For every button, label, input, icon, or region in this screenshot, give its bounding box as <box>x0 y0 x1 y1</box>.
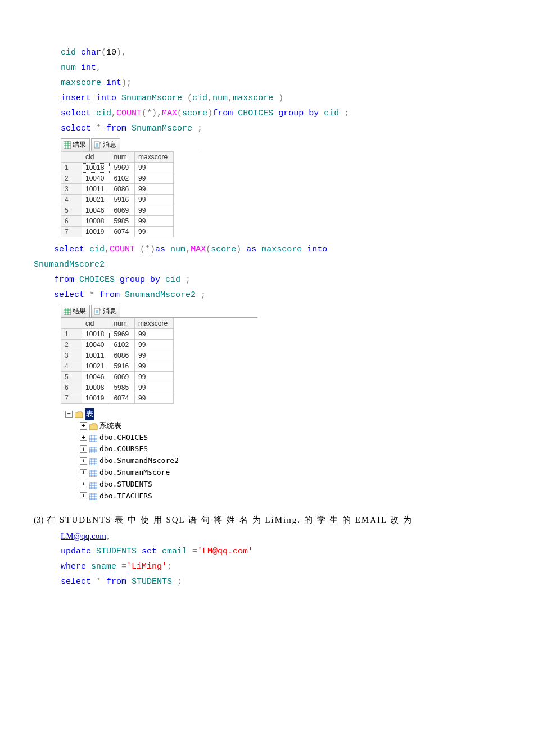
svg-rect-0 <box>64 141 71 148</box>
svg-rect-41 <box>89 470 97 472</box>
folder-icon <box>89 422 97 430</box>
tree-node-table[interactable]: + dbo.SnumanMscore <box>65 467 500 479</box>
grid-icon <box>64 308 71 315</box>
table-icon <box>89 469 97 476</box>
table-row[interactable]: 710019607499 <box>61 227 174 237</box>
expand-icon[interactable]: + <box>80 434 87 441</box>
code-block-2: select cid,COUNT (*)as num,MAX(score) as… <box>34 242 500 303</box>
svg-marker-16 <box>99 308 101 310</box>
email-link[interactable]: LM@qq.com <box>61 532 106 541</box>
object-explorer-tree: − 表 + 系统表 + dbo.CHOICES + <box>65 408 500 502</box>
expand-icon[interactable]: + <box>80 446 87 453</box>
data-grid[interactable]: cid num maxscore 11001859699921004061029… <box>61 151 174 237</box>
table-icon <box>89 457 97 465</box>
table-row[interactable]: 610008598599 <box>61 216 174 227</box>
tab-label: 消息 <box>103 307 116 316</box>
svg-marker-20 <box>75 412 83 418</box>
result-grid-1: 结果 消息 cid num maxscore 11001859699921004… <box>61 138 201 237</box>
tree-node-table[interactable]: + dbo.COURSES <box>65 443 500 455</box>
table-row[interactable]: 510046606999 <box>61 205 174 216</box>
table-icon <box>89 492 97 500</box>
table-row[interactable]: 110018596999 <box>61 329 174 340</box>
svg-rect-47 <box>89 482 97 484</box>
expand-icon[interactable]: + <box>80 469 87 476</box>
tab-label: 结果 <box>73 307 86 316</box>
expand-icon[interactable]: + <box>80 422 87 430</box>
result-grid-2: 结果 消息 cid num maxscore 11001859699921004… <box>61 305 257 404</box>
table-row[interactable]: 310011608699 <box>61 184 174 195</box>
folder-open-icon <box>75 411 83 418</box>
table-row[interactable]: 410021591699 <box>61 361 174 372</box>
table-icon <box>89 481 97 488</box>
code-block-1: cid char(10), num int, maxscore int); in… <box>61 45 500 136</box>
expand-icon[interactable]: + <box>80 492 87 500</box>
tree-node-table[interactable]: + dbo.SnumandMscore2 <box>65 455 500 467</box>
expand-icon[interactable]: + <box>80 457 87 465</box>
grid-icon <box>64 141 71 148</box>
tab-label: 结果 <box>73 140 86 150</box>
tab-label: 消息 <box>103 140 116 150</box>
expand-icon[interactable]: + <box>80 481 87 488</box>
table-row[interactable]: 410021591699 <box>61 195 174 205</box>
data-grid[interactable]: cid num maxscore 11001859699921004061029… <box>61 318 174 404</box>
tab-results[interactable]: 结果 <box>61 305 90 317</box>
table-row[interactable]: 210040610299 <box>61 340 174 350</box>
table-row[interactable]: 210040610299 <box>61 173 174 184</box>
tree-node-table[interactable]: + dbo.STUDENTS <box>65 479 500 490</box>
svg-rect-29 <box>89 447 97 448</box>
document-icon <box>94 308 101 315</box>
table-row[interactable]: 310011608699 <box>61 350 174 361</box>
question-3: (3) 在 STUDENTS 表 中 使 用 SQL 语 句 将 姓 名 为 L… <box>34 512 500 528</box>
table-row[interactable]: 610008598599 <box>61 382 174 393</box>
table-row[interactable]: 510046606999 <box>61 372 174 382</box>
svg-rect-53 <box>89 493 97 495</box>
svg-marker-21 <box>89 424 97 430</box>
tab-results[interactable]: 结果 <box>61 138 90 151</box>
document-icon <box>94 141 101 148</box>
tree-node-system-tables[interactable]: + 系统表 <box>65 420 500 432</box>
collapse-icon[interactable]: − <box>65 411 73 418</box>
table-row[interactable]: 710019607499 <box>61 393 174 404</box>
svg-rect-10 <box>64 308 71 315</box>
svg-marker-6 <box>99 142 101 143</box>
svg-rect-23 <box>89 435 97 436</box>
tree-node-table[interactable]: + dbo.TEACHERS <box>65 490 500 502</box>
tab-messages[interactable]: 消息 <box>91 305 120 317</box>
table-row[interactable]: 110018596999 <box>61 163 174 173</box>
tab-messages[interactable]: 消息 <box>91 138 120 151</box>
code-block-3: update STUDENTS set email ='LM@qq.com' w… <box>61 544 500 590</box>
table-icon <box>89 434 97 441</box>
tree-node-tables[interactable]: − 表 <box>65 408 500 420</box>
svg-rect-35 <box>89 458 97 460</box>
tree-node-table[interactable]: + dbo.CHOICES <box>65 432 500 444</box>
table-icon <box>89 446 97 453</box>
